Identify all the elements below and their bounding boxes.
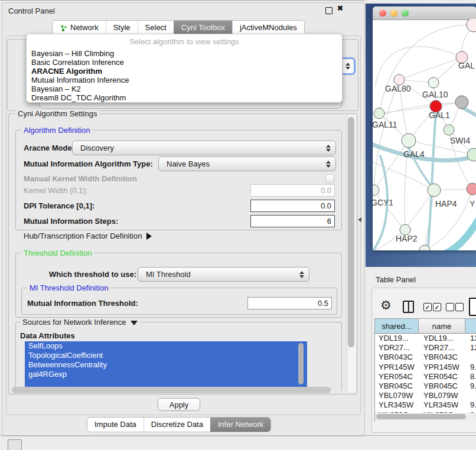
network-node-label: GAL80 [385,84,411,93]
network-node-gal10[interactable] [428,77,439,88]
network-edge[interactable] [374,190,405,230]
settings-hscrollbar-thumb[interactable] [12,387,331,393]
table-cell: YDL19... [375,334,419,343]
column-header-shared-name[interactable]: shared... [375,319,419,333]
mi-threshold-group-title: MI Threshold Definition [27,283,110,292]
algorithm-option[interactable]: Basic Correlation Inference [27,58,342,67]
aracne-mode-combo[interactable]: Discovery [72,141,336,155]
network-edge[interactable] [375,47,462,87]
network-edge[interactable] [374,80,399,190]
collapse-down-icon[interactable] [131,321,138,325]
algorithm-option[interactable]: Dream8 DC_TDC Algorithm [27,93,342,102]
network-edge[interactable] [399,57,462,80]
column-header-partial[interactable] [465,319,476,333]
checked-box-icon[interactable]: ✓ [433,303,441,311]
algorithm-option[interactable]: ARACNE Algorithm [27,67,342,76]
tab-discretize-data[interactable]: Discretize Data [144,418,210,432]
mi-threshold-field[interactable]: 0.5 [247,297,332,309]
column-layout-icon[interactable] [403,301,414,313]
tab-cyni-toolbox[interactable]: Cyni Toolbox [174,21,232,35]
network-node[interactable] [455,96,468,109]
top-divider [0,0,365,1]
table-row[interactable]: YLR345WYLR345W9. [375,400,476,410]
tab-impute-data[interactable]: Impute Data [87,418,144,432]
data-attribute-item[interactable]: TopologicalCoefficient [25,351,307,360]
data-attribute-item[interactable]: gal4RGexp [25,370,307,379]
combo-up-arrow-icon [326,161,331,164]
table-hscrollbar-thumb[interactable] [376,414,466,419]
minimize-window-icon[interactable] [390,9,397,17]
mi-steps-field[interactable]: 6 [250,215,335,227]
data-attributes-label: Data Attributes [20,331,75,340]
mi-algorithm-type-combo[interactable]: Naive Bayes [158,156,336,171]
unchecked-box-icon[interactable] [455,303,464,311]
sources-group-title[interactable]: Sources for Network Inference [20,318,140,327]
close-window-icon[interactable] [379,9,386,17]
algorithm-option[interactable]: Bayesian – K2 [27,84,342,93]
table-body[interactable]: YDL19...YDL19...13YDR27...YDR27...12YBR0… [375,334,476,413]
algorithm-option[interactable]: Mutual Information Inference [27,76,342,84]
table-hscrollbar-track[interactable] [375,413,476,421]
network-edge[interactable] [462,107,476,119]
table-row[interactable]: YPR145WYPR145W9. [375,363,476,372]
checked-box-icon[interactable]: ✓ [423,303,432,311]
table-row[interactable]: YDR27...YDR27...12 [375,343,476,353]
zoom-window-icon[interactable] [402,9,409,17]
table-row[interactable]: YER054CYER054C8. [375,372,476,381]
network-node[interactable] [467,19,476,32]
control-panel-title: Control Panel [8,6,55,15]
dpi-tolerance-field[interactable]: 0.0 [250,200,335,212]
tab-select[interactable]: Select [138,21,174,35]
network-node-gcy1[interactable] [373,185,379,195]
hub-definition-section[interactable]: Hub/Transcription Factor Definition [24,231,152,240]
network-edge[interactable] [379,106,436,113]
combo-up-arrow-icon [326,145,331,148]
apply-button[interactable]: Apply [158,398,200,411]
splitter-collapse-icon[interactable] [358,217,361,222]
aracne-mode-label: Aracne Mode: [24,144,74,152]
network-canvas[interactable]: GALGAL80GAL10GAL1GAL11SWI4GAL4GCY1HAP4YH… [373,19,476,250]
tab-infer-network[interactable]: Infer Network [210,418,270,432]
network-window[interactable]: GALGAL80GAL10GAL1GAL11SWI4GAL4GCY1HAP4YH… [373,6,476,250]
which-threshold-value: MI Threshold [146,270,191,279]
data-attributes-list[interactable]: SelfLoopsTopologicalCoefficientBetweenne… [25,341,307,387]
unchecked-box-icon[interactable] [446,303,454,311]
network-window-titlebar[interactable] [373,6,476,20]
tab-network[interactable]: Network [53,21,106,35]
data-attribute-item[interactable] [25,379,307,387]
table-row[interactable]: YBR043CYBR043C [375,353,476,362]
minimized-panel-icon[interactable] [8,439,22,450]
data-attribute-item[interactable]: SelfLoops [25,341,307,351]
which-threshold-label: Which threshold to use: [49,270,136,279]
algorithm-option[interactable]: Bayesian – Hill Climbing [27,49,342,58]
manual-kernel-width-checkbox[interactable] [325,174,334,183]
settings-scrollbar-thumb[interactable] [348,117,354,347]
table-row[interactable]: YBL079WYBL079W [375,391,476,400]
table-cell: YBR043C [375,353,419,362]
attributes-scrollbar-thumb[interactable] [298,343,304,384]
network-node-y[interactable] [467,183,476,195]
network-node-swi4[interactable] [444,125,454,135]
table-row[interactable]: YBR045CYBR045C9. [375,381,476,391]
table-cell: YDR27... [419,343,465,353]
table-cell: YBL079W [375,391,419,400]
document-icon[interactable] [469,298,476,316]
data-attribute-item[interactable]: BetweennessCentrality [25,360,307,370]
mi-algorithm-type-label: Mutual Information Algorithm Type: [24,159,153,168]
tab-jactivemnodules[interactable]: jActiveMNodules [232,21,304,35]
tab-style[interactable]: Style [106,21,138,35]
table-row[interactable]: YDL19...YDL19...13 [375,334,476,343]
network-node-hap4[interactable] [428,184,441,197]
which-threshold-combo[interactable]: MI Threshold [138,267,309,282]
network-node-gal11[interactable] [374,108,384,119]
network-node-label: Y [470,199,475,208]
expand-right-icon[interactable] [146,233,152,240]
network-node-label: GAL1 [429,110,450,120]
gear-icon[interactable]: ⚙ [380,298,392,312]
float-panel-icon[interactable] [325,7,332,14]
table-cell [465,391,476,400]
close-panel-icon[interactable]: ✖ [337,4,343,12]
kernel-width-field[interactable]: 0.0 [250,184,335,197]
network-node-gal4[interactable] [402,133,416,148]
column-header-name[interactable]: name [419,319,465,333]
